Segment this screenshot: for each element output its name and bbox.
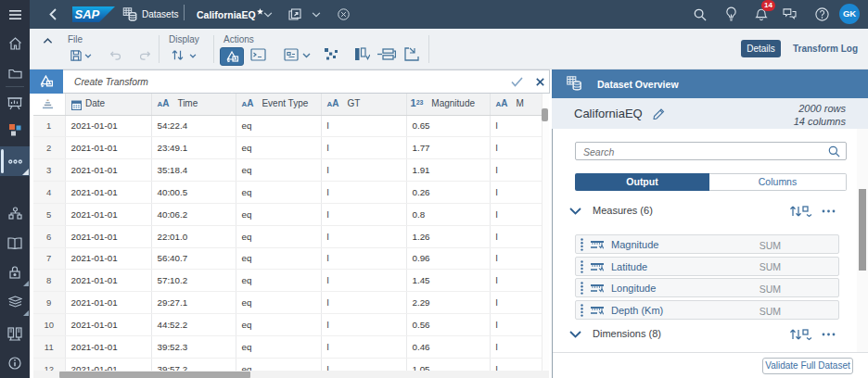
svg-text:SAP: SAP: [75, 7, 100, 21]
